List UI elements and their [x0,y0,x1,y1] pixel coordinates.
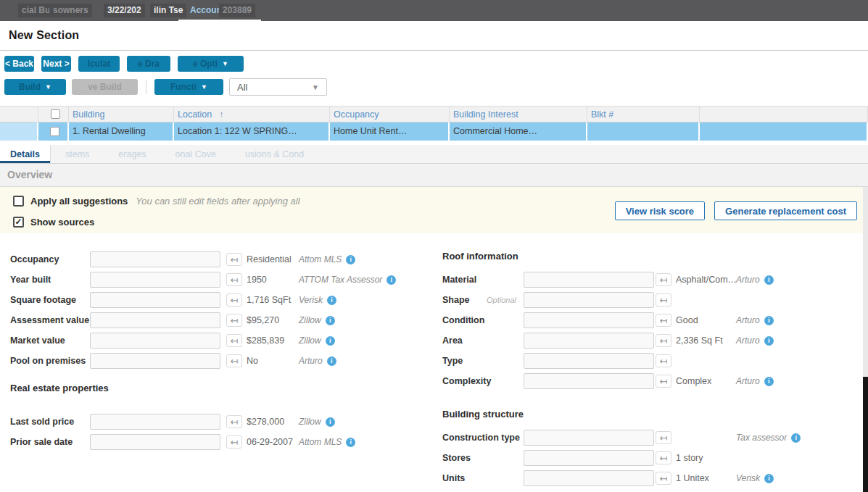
view-risk-score-button[interactable]: View risk score [615,201,705,220]
button-label: e Dra [138,59,160,69]
tab-onal-cove[interactable]: onal Cove [161,145,231,163]
scrollbar-thumb[interactable] [863,377,868,492]
field-row-type: Type↤ [442,351,868,371]
functi-button[interactable]: Functi▼ [154,79,223,95]
apply-suggestion-arrow-icon[interactable]: ↤ [226,314,242,327]
column-header-building-interest[interactable]: Building Interest [450,107,587,122]
apply-suggestion-arrow-icon[interactable]: ↤ [656,334,671,347]
apply-suggestion-arrow-icon[interactable]: ↤ [656,451,671,464]
table-row[interactable]: 1. Rental DwellingLocation 1: 122 W SPRI… [0,122,868,141]
suggestion-source: Arturoi [736,376,868,386]
row-checkbox[interactable] [50,127,59,136]
ve-build-button[interactable]: ve Build [72,79,138,95]
info-icon[interactable]: i [791,433,801,443]
suggestion-value: 1950 [247,275,299,285]
row-cell-spacer [700,122,868,141]
scrollbar-track[interactable] [863,187,868,492]
apply-all-suggestions-checkbox[interactable] [13,196,24,207]
suggestion-source: Arturoi [736,315,868,325]
apply-suggestion-arrow-icon[interactable]: ↤ [226,293,242,307]
info-icon[interactable]: i [387,275,396,285]
assessment-value-input[interactable] [90,312,220,328]
square-footage-input[interactable] [90,292,220,308]
topbar-segment-3-22-202[interactable]: 3/22/202 [104,4,145,17]
topbar-segment-ilin-tse[interactable]: ilin Tse [150,4,186,17]
row-cell-blkt [587,122,700,141]
select-all-checkbox[interactable] [51,109,60,119]
apply-suggestion-arrow-icon[interactable]: ↤ [226,415,242,428]
tab-stems[interactable]: stems [51,145,104,163]
apply-suggestion-arrow-icon[interactable]: ↤ [226,334,242,347]
complexity-input[interactable] [524,373,654,389]
info-icon[interactable]: i [326,417,335,427]
apply-suggestion-arrow-icon[interactable]: ↤ [226,253,242,266]
apply-suggestion-arrow-icon[interactable]: ↤ [656,354,671,367]
info-icon[interactable]: i [327,357,336,366]
tab-erages[interactable]: erages [104,145,160,163]
topbar-segment-203889[interactable]: 203889 [219,4,255,17]
info-icon[interactable]: i [326,316,335,325]
suggestion-source: Attom MLSi [299,437,435,447]
apply-suggestion-arrow-icon[interactable]: ↤ [226,273,242,286]
field-label: Assessment value [10,315,89,325]
apply-suggestion-arrow-icon[interactable]: ↤ [226,435,242,449]
apply-suggestion-arrow-icon[interactable]: ↤ [226,354,242,367]
occupancy-input[interactable] [90,251,220,267]
type-input[interactable] [524,353,654,369]
column-header-label: Location [178,109,212,120]
lculat-button[interactable]: lculat [78,56,120,72]
info-icon[interactable]: i [346,255,355,264]
area-input[interactable] [524,333,654,349]
shape-input[interactable] [524,292,654,308]
filter-select[interactable]: All▼ [229,78,327,96]
e-opti-button[interactable]: e Opti▼ [178,56,244,72]
topbar-segment-sowners[interactable]: sowners [49,4,92,17]
info-icon[interactable]: i [764,474,774,483]
apply-suggestion-arrow-icon[interactable]: ↤ [656,273,671,286]
suggestion-source: Arturoi [736,335,868,346]
filter-select-value: All [237,82,247,93]
info-icon[interactable]: i [326,336,335,346]
show-sources-checkbox[interactable] [13,217,24,228]
info-icon[interactable]: i [764,316,774,325]
build-button[interactable]: Build▼ [4,79,66,95]
field-row-material: Material↤Asphalt/Com…Arturoi [442,270,868,290]
tab-usions-cond[interactable]: usions & Cond [231,145,318,163]
pool-on-premises-input[interactable] [90,353,220,369]
column-header-location[interactable]: Location↑ [174,107,330,122]
last-sold-price-input[interactable] [90,414,220,430]
info-icon[interactable]: i [764,275,774,285]
field-row-pool-on-premises: Pool on premises↤NoArturoi [0,351,435,371]
info-icon[interactable]: i [346,438,355,447]
units-input[interactable] [524,470,654,486]
apply-suggestion-arrow-icon[interactable]: ↤ [656,431,671,444]
apply-suggestion-arrow-icon[interactable]: ↤ [656,293,671,307]
market-value-input[interactable] [90,333,220,349]
condition-input[interactable] [524,312,654,328]
year-built-input[interactable] [90,272,220,288]
next-button[interactable]: Next > [41,56,71,72]
apply-suggestion-arrow-icon[interactable]: ↤ [656,472,671,485]
app-screen: cial Bussowners3/22/202ilin TseAccount #… [0,0,868,492]
construction-type-input[interactable] [524,430,654,446]
material-input[interactable] [524,272,654,288]
button-label: Next > [43,59,69,69]
stores-input[interactable] [524,450,654,466]
column-header-building[interactable]: Building [69,107,174,122]
info-icon[interactable]: i [764,377,774,386]
column-header-occupancy[interactable]: Occupancy [330,107,450,122]
back-button[interactable]: < Back [4,56,34,72]
apply-suggestion-arrow-icon[interactable]: ↤ [656,314,671,327]
suggestion-value: 1,716 SqFt [247,295,299,305]
e-dra-button[interactable]: e Dra [127,56,170,72]
apply-suggestion-arrow-icon[interactable]: ↤ [656,375,671,388]
chevron-down-icon: ▼ [222,60,228,67]
row-cell-location: Location 1: 122 W SPRING… [174,122,330,141]
info-icon[interactable]: i [764,336,774,346]
generate-replacement-cost-button[interactable]: Generate replacement cost [714,201,857,220]
tab-details[interactable]: Details [0,145,51,163]
info-icon[interactable]: i [327,296,336,305]
suggestion-value: Good [676,315,736,325]
prior-sale-date-input[interactable] [90,434,220,450]
column-header-blkt[interactable]: Blkt # [587,107,700,122]
